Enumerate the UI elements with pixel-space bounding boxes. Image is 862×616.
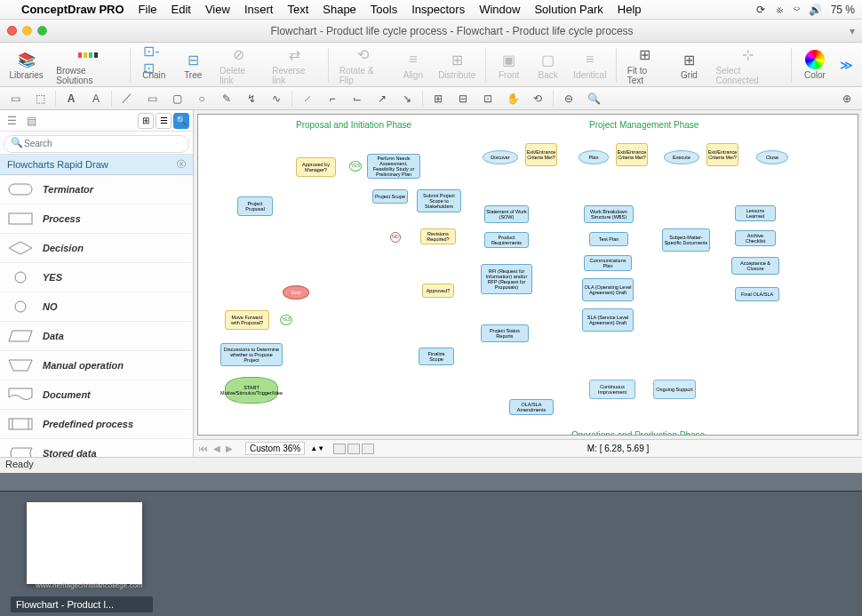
- node-olasla-amend[interactable]: OLA/SLA Amendments: [509, 399, 554, 415]
- node-scope[interactable]: Project Scope: [372, 189, 408, 204]
- node-wbs[interactable]: Work Breakdown Structure (WBS): [584, 205, 634, 223]
- conn-tool4[interactable]: ↗: [372, 90, 392, 108]
- node-ongoing[interactable]: Ongoing Support: [653, 380, 696, 399]
- conn-tool2[interactable]: ⌐: [323, 90, 342, 108]
- category-header[interactable]: Flowcharts Rapid Draw ⓧ: [0, 155, 193, 175]
- view-grid-button[interactable]: ⊞: [138, 113, 154, 129]
- drawing-canvas[interactable]: Proposal and Initiation Phase Project Ma…: [197, 114, 858, 436]
- shape-data[interactable]: Data: [0, 322, 193, 351]
- menu-edit[interactable]: Edit: [172, 3, 191, 16]
- rotate-tool[interactable]: ⟲: [528, 90, 547, 108]
- node-submitscope[interactable]: Submit Project Scope to Stakeholders: [417, 189, 461, 212]
- node-plan[interactable]: Plan: [579, 150, 609, 164]
- shape-process[interactable]: Process: [0, 204, 193, 234]
- search-input[interactable]: [4, 135, 189, 153]
- node-lessons[interactable]: Lessons Learned: [735, 205, 776, 221]
- node-finalize[interactable]: Finalize Scope: [419, 348, 454, 365]
- shape-predefined[interactable]: Predefined process: [0, 410, 193, 439]
- distribute-button[interactable]: ⊞Distribute: [435, 49, 480, 80]
- shape-stored-data[interactable]: Stored data: [0, 439, 193, 457]
- zoom-level[interactable]: Custom 36%: [245, 442, 305, 455]
- page-nav-first[interactable]: ⏮: [199, 444, 208, 453]
- delete-link-button[interactable]: ⊘Delete link: [214, 44, 263, 85]
- libraries-button[interactable]: 📚Libraries: [5, 49, 47, 80]
- roundrect-tool[interactable]: ▢: [167, 90, 187, 108]
- zoom-tool[interactable]: 🔍: [584, 90, 603, 108]
- lock-tool[interactable]: ⊡: [478, 90, 498, 108]
- volume-icon[interactable]: 🔊: [809, 4, 822, 16]
- select-tool[interactable]: ⬚: [30, 90, 50, 108]
- shape-document[interactable]: Document: [0, 380, 193, 410]
- hand-tool[interactable]: ✋: [503, 90, 523, 108]
- node-ola[interactable]: OLA (Operating Level Agreement) Draft: [582, 278, 634, 301]
- node-archive[interactable]: Archive Checklist: [735, 230, 776, 246]
- menu-insert[interactable]: Insert: [244, 3, 274, 16]
- menu-inspectors[interactable]: Inspectors: [411, 3, 465, 16]
- node-subjdocs[interactable]: Subject-Matter-Specific Documents: [662, 228, 710, 252]
- pointer-tool[interactable]: ▭: [5, 90, 25, 108]
- node-moveforward[interactable]: Move Forward with Proposal?: [225, 310, 269, 330]
- chain-button[interactable]: ⊡-⊡Chain: [136, 49, 172, 80]
- node-continuous[interactable]: Continuous Improvement: [589, 380, 635, 399]
- shape-yes[interactable]: YES: [0, 263, 193, 292]
- menu-solution-park[interactable]: Solution Park: [534, 3, 603, 16]
- rect-tool[interactable]: ▭: [142, 90, 162, 108]
- page-thumbnail[interactable]: [27, 502, 142, 584]
- conn-tool3[interactable]: ⌙: [347, 90, 367, 108]
- node-start[interactable]: START Motive/Stimulus/Trigger/Idea: [225, 377, 278, 404]
- maximize-window-button[interactable]: [37, 26, 47, 36]
- grid-button[interactable]: ⊞Grid: [671, 49, 706, 80]
- node-rfi[interactable]: RFI (Request for Information) and/or RFP…: [481, 264, 532, 294]
- shape-decision[interactable]: Decision: [0, 234, 193, 263]
- node-approved-mgr[interactable]: Approved by Manager?: [296, 157, 336, 177]
- pencil-tool[interactable]: ✎: [217, 90, 236, 108]
- shape-no[interactable]: NO: [0, 292, 193, 322]
- bezier-tool[interactable]: ∿: [267, 90, 286, 108]
- oval-tool[interactable]: ○: [192, 90, 212, 108]
- conn-tool5[interactable]: ↘: [397, 90, 417, 108]
- shape-terminator[interactable]: Terminator: [0, 175, 193, 204]
- node-exit1[interactable]: Exit/Entrance Criteria Met?: [525, 143, 557, 166]
- bluetooth-icon[interactable]: ⨳: [774, 4, 785, 16]
- node-sla[interactable]: SLA (Service Level Agreement) Draft: [582, 308, 634, 332]
- connector-tool[interactable]: ↯: [242, 90, 261, 108]
- line-tool[interactable]: ／: [117, 90, 137, 108]
- close-window-button[interactable]: [7, 26, 17, 36]
- fit-to-text-button[interactable]: ⊞Fit to Text: [622, 44, 668, 85]
- conn-tool[interactable]: ⟋: [298, 90, 317, 108]
- front-button[interactable]: ▣Front: [491, 49, 527, 80]
- node-needs[interactable]: Perform Needs Assessment, Feasibility St…: [367, 154, 420, 179]
- node-revisions[interactable]: Revisions Required?: [420, 228, 456, 244]
- identical-button[interactable]: ≡Identical: [570, 49, 611, 80]
- zoom-stepper-icon[interactable]: ▲▼: [310, 444, 324, 452]
- browse-solutions-button[interactable]: Browse Solutions: [51, 44, 124, 85]
- shape-manual-op[interactable]: Manual operation: [0, 351, 193, 380]
- node-close[interactable]: Close: [756, 150, 788, 164]
- node-sow[interactable]: Statement of Work (SOW): [484, 205, 529, 223]
- menu-window[interactable]: Window: [479, 3, 520, 16]
- node-acceptance[interactable]: Acceptance & Closure: [731, 257, 779, 275]
- menu-text[interactable]: Text: [287, 3, 308, 16]
- minimize-window-button[interactable]: [22, 26, 32, 36]
- node-commplan[interactable]: Communications Plan: [584, 255, 632, 271]
- node-finalola[interactable]: Final OLA/SLA: [735, 287, 779, 301]
- view-list-button[interactable]: ☰: [156, 113, 172, 129]
- app-name[interactable]: ConceptDraw PRO: [21, 3, 124, 16]
- node-testplan[interactable]: Test Plan: [589, 232, 628, 246]
- rotate-flip-button[interactable]: ⟲Rotate & Flip: [334, 44, 392, 85]
- page-nav-next[interactable]: ▶: [226, 444, 233, 453]
- node-proposal[interactable]: Project Proposal: [237, 196, 273, 216]
- zoom-in-tool[interactable]: ⊕: [837, 90, 857, 108]
- page-thumb[interactable]: [362, 444, 374, 454]
- sync-icon[interactable]: ⟳: [756, 4, 765, 16]
- node-discover[interactable]: Discover: [483, 150, 518, 164]
- menu-view[interactable]: View: [205, 3, 230, 16]
- page-nav-prev[interactable]: ◀: [213, 444, 220, 453]
- more-tools-button[interactable]: ≫: [836, 58, 857, 72]
- group-tool[interactable]: ⊞: [428, 90, 448, 108]
- panel-add-icon[interactable]: ▤: [23, 115, 39, 127]
- page-thumb[interactable]: [347, 444, 360, 454]
- select-connected-button[interactable]: ⊹Select Connected: [710, 44, 786, 85]
- color-button[interactable]: Color: [797, 49, 833, 80]
- text-tool[interactable]: A: [61, 90, 81, 108]
